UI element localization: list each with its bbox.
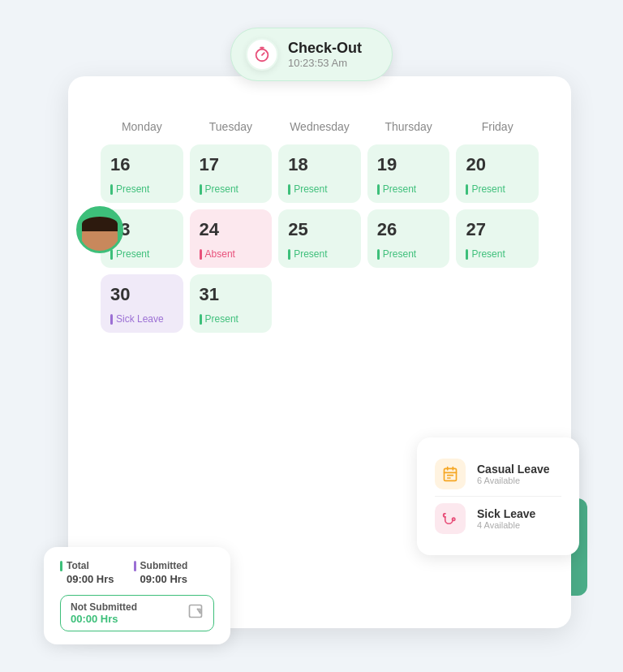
svg-rect-4 bbox=[445, 468, 457, 480]
not-submitted-value: 00:00 Hrs bbox=[71, 613, 137, 625]
submitted-label: Submitted bbox=[134, 560, 188, 571]
total-label: Total bbox=[60, 560, 114, 571]
calendar: Monday Tuesday Wednesday Thursday Friday… bbox=[92, 117, 547, 333]
sick-leave-icon bbox=[435, 503, 466, 534]
casual-leave-name: Casual Leave bbox=[477, 463, 550, 476]
casual-leave-text: Casual Leave 6 Available bbox=[477, 463, 550, 485]
checkout-icon bbox=[246, 38, 278, 71]
day-19[interactable]: 19 Present bbox=[367, 144, 450, 203]
svg-line-3 bbox=[262, 53, 264, 55]
calendar-row-1: 16 Present 17 Present 18 Present 19 Pres… bbox=[92, 144, 547, 203]
day-30[interactable]: 30 Sick Leave bbox=[101, 274, 183, 333]
day-17[interactable]: 17 Present bbox=[190, 144, 273, 203]
total-value: 09:00 Hrs bbox=[60, 573, 114, 585]
submitted-hours: Submitted 09:00 Hrs bbox=[134, 560, 188, 585]
hours-card: Total 09:00 Hrs Submitted 09:00 Hrs Not … bbox=[44, 547, 230, 644]
calendar-row-2: 23 Present 24 Absent 25 Present 26 Prese… bbox=[92, 209, 547, 268]
day-27[interactable]: 27 Present bbox=[456, 209, 539, 268]
submitted-value: 09:00 Hrs bbox=[134, 573, 188, 585]
sick-leave-item: Sick Leave 4 Available bbox=[435, 496, 561, 541]
leave-card: Casual Leave 6 Available Sick Leave 4 Av… bbox=[417, 437, 579, 555]
calendar-headers: Monday Tuesday Wednesday Thursday Friday bbox=[92, 117, 547, 136]
day-empty-2 bbox=[367, 274, 450, 333]
not-submitted-icon bbox=[187, 603, 204, 623]
day-26[interactable]: 26 Present bbox=[367, 209, 450, 268]
day-31[interactable]: 31 Present bbox=[190, 274, 273, 333]
day-25[interactable]: 25 Present bbox=[278, 209, 361, 268]
sick-leave-available: 4 Available bbox=[477, 520, 535, 530]
checkout-time: 10:23:53 Am bbox=[288, 57, 362, 69]
casual-leave-icon bbox=[435, 459, 466, 489]
casual-leave-available: 6 Available bbox=[477, 476, 550, 485]
hours-top: Total 09:00 Hrs Submitted 09:00 Hrs bbox=[60, 560, 214, 585]
svg-point-10 bbox=[453, 518, 455, 520]
col-wednesday: Wednesday bbox=[278, 117, 361, 136]
col-friday: Friday bbox=[456, 117, 539, 136]
not-submitted-left: Not Submitted 00:00 Hrs bbox=[71, 601, 137, 625]
total-hours: Total 09:00 Hrs bbox=[60, 560, 114, 585]
sick-leave-name: Sick Leave bbox=[477, 507, 535, 520]
day-20[interactable]: 20 Present bbox=[456, 144, 539, 203]
day-empty-3 bbox=[456, 274, 539, 333]
checkout-text: Check-Out 10:23:53 Am bbox=[288, 40, 362, 69]
calendar-row-3: 30 Sick Leave 31 Present bbox=[92, 274, 547, 333]
not-submitted-label: Not Submitted bbox=[71, 601, 137, 613]
day-empty-1 bbox=[278, 274, 361, 333]
checkout-label: Check-Out bbox=[288, 40, 362, 57]
sick-leave-text: Sick Leave 4 Available bbox=[477, 507, 535, 530]
col-monday: Monday bbox=[101, 117, 183, 136]
day-18[interactable]: 18 Present bbox=[278, 144, 361, 203]
not-submitted-row: Not Submitted 00:00 Hrs bbox=[60, 595, 214, 631]
casual-leave-item: Casual Leave 6 Available bbox=[435, 452, 561, 496]
day-16[interactable]: 16 Present bbox=[101, 144, 183, 203]
col-thursday: Thursday bbox=[367, 117, 450, 136]
day-24[interactable]: 24 Absent bbox=[190, 209, 273, 268]
checkout-badge: Check-Out 10:23:53 Am bbox=[230, 28, 393, 81]
avatar bbox=[76, 206, 123, 253]
col-tuesday: Tuesday bbox=[190, 117, 273, 136]
